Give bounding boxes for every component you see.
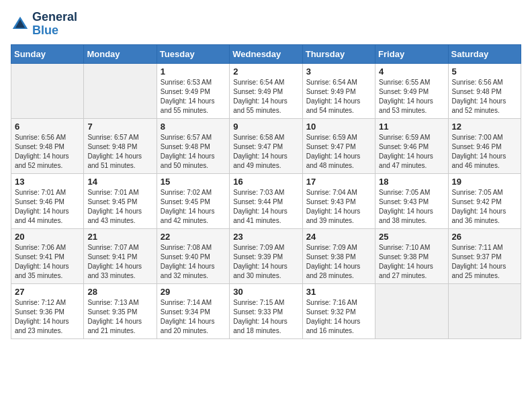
- calendar-cell: 2Sunrise: 6:54 AM Sunset: 9:49 PM Daylig…: [230, 63, 302, 118]
- day-number: 19: [452, 177, 517, 187]
- day-number: 29: [161, 287, 226, 297]
- day-number: 25: [379, 232, 444, 242]
- calendar-cell: 17Sunrise: 7:04 AM Sunset: 9:43 PM Dayli…: [302, 173, 375, 228]
- calendar-cell: 9Sunrise: 6:58 AM Sunset: 9:47 PM Daylig…: [230, 118, 302, 173]
- calendar-cell: 6Sunrise: 6:56 AM Sunset: 9:48 PM Daylig…: [11, 118, 84, 173]
- day-info: Sunrise: 7:02 AM Sunset: 9:45 PM Dayligh…: [161, 188, 226, 226]
- day-number: 9: [233, 122, 298, 132]
- calendar-cell: 4Sunrise: 6:55 AM Sunset: 9:49 PM Daylig…: [375, 63, 448, 118]
- day-info: Sunrise: 7:09 AM Sunset: 9:39 PM Dayligh…: [233, 243, 298, 281]
- day-info: Sunrise: 7:15 AM Sunset: 9:33 PM Dayligh…: [233, 298, 298, 336]
- day-info: Sunrise: 7:11 AM Sunset: 9:37 PM Dayligh…: [452, 243, 517, 281]
- day-info: Sunrise: 7:06 AM Sunset: 9:41 PM Dayligh…: [15, 243, 80, 281]
- day-info: Sunrise: 7:10 AM Sunset: 9:38 PM Dayligh…: [379, 243, 444, 281]
- day-info: Sunrise: 7:04 AM Sunset: 9:43 PM Dayligh…: [306, 188, 371, 226]
- calendar-cell: 30Sunrise: 7:15 AM Sunset: 9:33 PM Dayli…: [230, 283, 302, 338]
- day-info: Sunrise: 6:59 AM Sunset: 9:47 PM Dayligh…: [306, 133, 371, 171]
- day-number: 27: [15, 287, 80, 297]
- day-info: Sunrise: 7:13 AM Sunset: 9:35 PM Dayligh…: [87, 298, 152, 336]
- calendar-cell: 13Sunrise: 7:01 AM Sunset: 9:46 PM Dayli…: [11, 173, 84, 228]
- day-number: 26: [452, 232, 517, 242]
- day-number: 16: [233, 177, 298, 187]
- logo-icon: [11, 15, 30, 34]
- calendar-cell: 7Sunrise: 6:57 AM Sunset: 9:48 PM Daylig…: [84, 118, 157, 173]
- day-info: Sunrise: 6:57 AM Sunset: 9:48 PM Dayligh…: [87, 133, 152, 171]
- day-number: 28: [87, 287, 152, 297]
- day-info: Sunrise: 6:56 AM Sunset: 9:48 PM Dayligh…: [15, 133, 80, 171]
- day-info: Sunrise: 6:59 AM Sunset: 9:46 PM Dayligh…: [379, 133, 444, 171]
- day-number: 4: [379, 66, 444, 77]
- day-info: Sunrise: 7:05 AM Sunset: 9:43 PM Dayligh…: [379, 188, 444, 226]
- day-info: Sunrise: 7:00 AM Sunset: 9:46 PM Dayligh…: [452, 133, 517, 171]
- day-info: Sunrise: 7:09 AM Sunset: 9:38 PM Dayligh…: [306, 243, 371, 281]
- day-number: 14: [87, 177, 152, 187]
- day-number: 21: [87, 232, 152, 242]
- day-info: Sunrise: 7:16 AM Sunset: 9:32 PM Dayligh…: [306, 298, 371, 336]
- weekday-header-row: SundayMondayTuesdayWednesdayThursdayFrid…: [11, 44, 521, 63]
- week-row-2: 6Sunrise: 6:56 AM Sunset: 9:48 PM Daylig…: [11, 118, 521, 173]
- calendar-cell: 11Sunrise: 6:59 AM Sunset: 9:46 PM Dayli…: [375, 118, 448, 173]
- day-number: 13: [15, 177, 80, 187]
- day-number: 12: [452, 122, 517, 132]
- day-number: 11: [379, 122, 444, 132]
- day-number: 15: [161, 177, 226, 187]
- day-number: 24: [306, 232, 371, 242]
- day-info: Sunrise: 6:57 AM Sunset: 9:48 PM Dayligh…: [161, 133, 226, 171]
- weekday-header-sunday: Sunday: [11, 44, 84, 63]
- day-number: 1: [161, 66, 226, 77]
- weekday-header-friday: Friday: [375, 44, 448, 63]
- calendar-cell: 10Sunrise: 6:59 AM Sunset: 9:47 PM Dayli…: [302, 118, 375, 173]
- day-info: Sunrise: 6:54 AM Sunset: 9:49 PM Dayligh…: [306, 78, 371, 116]
- day-info: Sunrise: 7:14 AM Sunset: 9:34 PM Dayligh…: [161, 298, 226, 336]
- week-row-4: 20Sunrise: 7:06 AM Sunset: 9:41 PM Dayli…: [11, 228, 521, 283]
- calendar-cell: 1Sunrise: 6:53 AM Sunset: 9:49 PM Daylig…: [157, 63, 229, 118]
- day-info: Sunrise: 6:55 AM Sunset: 9:49 PM Dayligh…: [379, 78, 444, 116]
- calendar-cell: [84, 63, 157, 118]
- logo: General Blue: [11, 11, 77, 38]
- day-number: 20: [15, 232, 80, 242]
- weekday-header-wednesday: Wednesday: [230, 44, 302, 63]
- calendar-cell: 14Sunrise: 7:01 AM Sunset: 9:45 PM Dayli…: [84, 173, 157, 228]
- calendar-cell: 3Sunrise: 6:54 AM Sunset: 9:49 PM Daylig…: [302, 63, 375, 118]
- calendar-cell: 15Sunrise: 7:02 AM Sunset: 9:45 PM Dayli…: [157, 173, 229, 228]
- week-row-1: 1Sunrise: 6:53 AM Sunset: 9:49 PM Daylig…: [11, 63, 521, 118]
- calendar-cell: 20Sunrise: 7:06 AM Sunset: 9:41 PM Dayli…: [11, 228, 84, 283]
- day-info: Sunrise: 7:01 AM Sunset: 9:46 PM Dayligh…: [15, 188, 80, 226]
- day-number: 18: [379, 177, 444, 187]
- day-number: 10: [306, 122, 371, 132]
- day-info: Sunrise: 7:08 AM Sunset: 9:40 PM Dayligh…: [161, 243, 226, 281]
- calendar-cell: 27Sunrise: 7:12 AM Sunset: 9:36 PM Dayli…: [11, 283, 84, 338]
- weekday-header-thursday: Thursday: [302, 44, 375, 63]
- calendar-cell: 22Sunrise: 7:08 AM Sunset: 9:40 PM Dayli…: [157, 228, 229, 283]
- calendar-cell: 12Sunrise: 7:00 AM Sunset: 9:46 PM Dayli…: [448, 118, 521, 173]
- calendar-cell: 19Sunrise: 7:05 AM Sunset: 9:42 PM Dayli…: [448, 173, 521, 228]
- calendar-cell: [11, 63, 84, 118]
- day-number: 22: [161, 232, 226, 242]
- day-number: 3: [306, 66, 371, 77]
- calendar-cell: 25Sunrise: 7:10 AM Sunset: 9:38 PM Dayli…: [375, 228, 448, 283]
- calendar-cell: 5Sunrise: 6:56 AM Sunset: 9:48 PM Daylig…: [448, 63, 521, 118]
- calendar-cell: 31Sunrise: 7:16 AM Sunset: 9:32 PM Dayli…: [302, 283, 375, 338]
- calendar-cell: 24Sunrise: 7:09 AM Sunset: 9:38 PM Dayli…: [302, 228, 375, 283]
- calendar-cell: 23Sunrise: 7:09 AM Sunset: 9:39 PM Dayli…: [230, 228, 302, 283]
- day-info: Sunrise: 7:12 AM Sunset: 9:36 PM Dayligh…: [15, 298, 80, 336]
- calendar-cell: 16Sunrise: 7:03 AM Sunset: 9:44 PM Dayli…: [230, 173, 302, 228]
- day-info: Sunrise: 7:07 AM Sunset: 9:41 PM Dayligh…: [87, 243, 152, 281]
- calendar-cell: 8Sunrise: 6:57 AM Sunset: 9:48 PM Daylig…: [157, 118, 229, 173]
- day-info: Sunrise: 6:54 AM Sunset: 9:49 PM Dayligh…: [233, 78, 298, 116]
- calendar-cell: 28Sunrise: 7:13 AM Sunset: 9:35 PM Dayli…: [84, 283, 157, 338]
- calendar-cell: 29Sunrise: 7:14 AM Sunset: 9:34 PM Dayli…: [157, 283, 229, 338]
- day-info: Sunrise: 6:56 AM Sunset: 9:48 PM Dayligh…: [452, 78, 517, 116]
- day-info: Sunrise: 6:53 AM Sunset: 9:49 PM Dayligh…: [161, 78, 226, 116]
- day-number: 8: [161, 122, 226, 132]
- calendar: SundayMondayTuesdayWednesdayThursdayFrid…: [11, 44, 521, 339]
- calendar-cell: 18Sunrise: 7:05 AM Sunset: 9:43 PM Dayli…: [375, 173, 448, 228]
- day-number: 2: [233, 66, 298, 77]
- calendar-cell: 26Sunrise: 7:11 AM Sunset: 9:37 PM Dayli…: [448, 228, 521, 283]
- day-number: 7: [87, 122, 152, 132]
- day-number: 5: [452, 66, 517, 77]
- header: General Blue: [11, 11, 521, 38]
- calendar-cell: [448, 283, 521, 338]
- calendar-cell: [375, 283, 448, 338]
- day-number: 6: [15, 122, 80, 132]
